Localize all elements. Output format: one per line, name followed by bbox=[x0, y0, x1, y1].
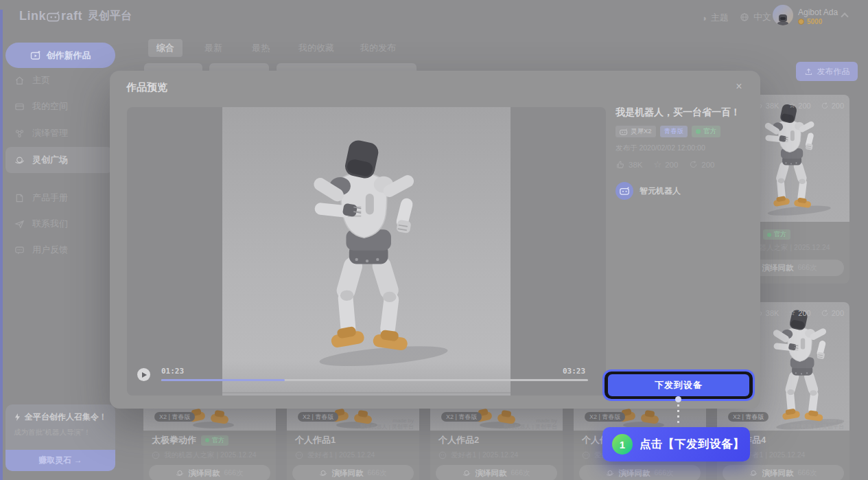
modal-title: 作品预览 bbox=[126, 81, 167, 94]
official-badge: 官方 bbox=[201, 435, 228, 446]
share-icon bbox=[689, 160, 698, 169]
publish-date: 发布于 2020/02/02 12:00:00 bbox=[615, 144, 747, 153]
window-accent-strip bbox=[0, 10, 3, 480]
brand-logo: Link raft 灵创平台 bbox=[19, 9, 132, 23]
perform-same-button[interactable]: 演绎同款666次 bbox=[292, 465, 414, 480]
tab-my-published[interactable]: 我的发布 bbox=[359, 39, 397, 57]
avatar-robot-art bbox=[775, 13, 790, 25]
likes-stat[interactable]: 38K bbox=[615, 160, 642, 170]
tutorial-instruction: 点击【下发到设备】 bbox=[640, 437, 744, 452]
brand-logo-text: Link raft bbox=[19, 9, 82, 23]
sidebar-item-product-manual[interactable]: 产品手册 bbox=[5, 185, 113, 211]
edition-tag: 青春版 bbox=[660, 126, 688, 137]
video-frame bbox=[222, 107, 511, 396]
total-time: 03:23 bbox=[563, 367, 585, 376]
chat-icon bbox=[14, 245, 25, 255]
author-row[interactable]: 智元机器人 bbox=[615, 182, 747, 200]
watermark: made by智元机器人 | 灵创平台 bbox=[503, 418, 557, 430]
connector-dot bbox=[675, 396, 681, 402]
folder-icon bbox=[14, 102, 25, 112]
official-dot-icon bbox=[767, 233, 771, 237]
card-byline: 我的机器人之家 | 2025.12.24 bbox=[152, 450, 257, 460]
share-stat[interactable]: 200 bbox=[689, 160, 714, 169]
theme-toggle[interactable]: ◑ 主题 bbox=[701, 12, 729, 24]
perform-same-button[interactable]: 演绎同款666次 bbox=[436, 465, 557, 480]
work-preview-modal: 作品预览 × 01:23 03:23 我是机器人，买一台省一百！ 灵犀X2 青春… bbox=[110, 71, 760, 409]
connector-dotted-line bbox=[677, 404, 679, 426]
model-badge: X2 | 青春版 bbox=[585, 412, 625, 422]
video-stage: 01:23 03:23 bbox=[127, 107, 606, 396]
card-title: 个人作品2 bbox=[438, 434, 479, 446]
lightning-icon bbox=[14, 413, 21, 422]
close-icon[interactable]: × bbox=[731, 79, 747, 94]
model-badge: X2 | 青春版 bbox=[154, 412, 195, 422]
publish-work-button[interactable]: 发布作品 bbox=[796, 62, 858, 81]
create-new-work-button[interactable]: 创作新作品 bbox=[5, 43, 115, 68]
brand-product-name: 灵创平台 bbox=[88, 9, 132, 23]
upload-icon bbox=[804, 67, 813, 76]
official-badge: 官方 bbox=[763, 229, 790, 240]
comet-icon bbox=[176, 469, 184, 477]
chevron-up-icon[interactable] bbox=[841, 12, 848, 20]
comet-icon bbox=[14, 155, 25, 165]
user-name: Agibot Ada bbox=[798, 8, 838, 17]
card-stats: 38K ☆200 200 bbox=[754, 101, 844, 110]
robot-face-icon bbox=[620, 187, 630, 195]
official-tag: 官方 bbox=[692, 126, 720, 137]
promo-subtitle: 成为首批“机器人导演”！ bbox=[14, 428, 115, 437]
perform-same-button[interactable]: 演绎同款666次 bbox=[579, 465, 701, 480]
model-badge: X2 | 青春版 bbox=[298, 412, 338, 422]
robot-thumbnail-art bbox=[757, 306, 846, 431]
seek-bar[interactable] bbox=[161, 379, 588, 381]
sidebar-item-my-space[interactable]: 我的空间 bbox=[5, 93, 113, 119]
comet-icon bbox=[319, 469, 327, 477]
language-switcher[interactable]: 中文 bbox=[740, 11, 771, 23]
author-icon bbox=[152, 451, 160, 459]
work-title: 我是机器人，买一台省一百！ bbox=[615, 105, 747, 119]
share-icon bbox=[821, 102, 829, 110]
author-icon bbox=[582, 451, 590, 459]
create-video-icon bbox=[30, 50, 41, 61]
tab-hottest[interactable]: 最热 bbox=[250, 39, 272, 57]
official-dot-icon bbox=[205, 438, 209, 442]
theme-icon: ◑ bbox=[701, 13, 707, 23]
watermark: made by智元机器人 | 灵创平台 bbox=[790, 418, 844, 430]
play-button[interactable] bbox=[137, 368, 150, 381]
sidebar-item-user-feedback[interactable]: 用户反馈 bbox=[5, 237, 113, 263]
sidebar-item-performance-management[interactable]: 演绎管理 bbox=[5, 120, 113, 146]
author-avatar bbox=[615, 182, 633, 200]
work-info-panel: 我是机器人，买一台省一百！ 灵犀X2 青春版 官方 发布于 2020/02/02… bbox=[615, 105, 747, 200]
step-number-badge: 1 bbox=[612, 434, 633, 455]
filter-dropdown-2[interactable] bbox=[209, 63, 269, 71]
user-avatar[interactable] bbox=[773, 5, 793, 25]
search-input[interactable] bbox=[277, 63, 417, 71]
send-to-device-button[interactable]: 下发到设备 bbox=[608, 374, 749, 396]
perform-same-button[interactable]: 演绎同款666次 bbox=[723, 465, 844, 480]
official-dot-icon bbox=[696, 129, 701, 134]
filter-dropdown-1[interactable] bbox=[144, 63, 202, 71]
promo-title: 全平台创作人召集令！ bbox=[14, 411, 115, 423]
card-stats: 38K ☆200 200 bbox=[754, 308, 844, 317]
favorite-stat[interactable]: ☆200 bbox=[653, 159, 678, 170]
tab-my-favorites[interactable]: 我的收藏 bbox=[297, 39, 336, 57]
play-icon bbox=[142, 372, 147, 378]
tab-comprehensive[interactable]: 综合 bbox=[148, 39, 183, 57]
comet-icon bbox=[749, 469, 758, 477]
network-icon bbox=[14, 128, 25, 139]
robot-face-icon bbox=[47, 11, 60, 22]
model-badge: X2 | 青春版 bbox=[728, 412, 769, 422]
perform-same-button[interactable]: 演绎同款666次 bbox=[149, 465, 270, 480]
robot-video-art bbox=[285, 132, 449, 372]
sidebar-item-lingchuang-plaza[interactable]: 灵创广场 bbox=[5, 147, 113, 173]
sidebar-item-contact-us[interactable]: 联系我们 bbox=[5, 211, 113, 237]
star-icon: ☆ bbox=[788, 308, 795, 317]
sidebar-item-home[interactable]: 主页 bbox=[5, 67, 113, 93]
earn-gems-button[interactable]: 赚取灵石 → bbox=[5, 450, 115, 471]
tutorial-tooltip: 1 点击【下发到设备】 bbox=[602, 427, 750, 461]
author-icon bbox=[438, 451, 447, 459]
star-icon: ☆ bbox=[788, 101, 795, 110]
tab-newest[interactable]: 最新 bbox=[202, 39, 224, 57]
thumb-up-icon bbox=[615, 160, 625, 170]
robot-face-icon bbox=[620, 128, 628, 135]
paper-plane-icon bbox=[14, 219, 25, 229]
